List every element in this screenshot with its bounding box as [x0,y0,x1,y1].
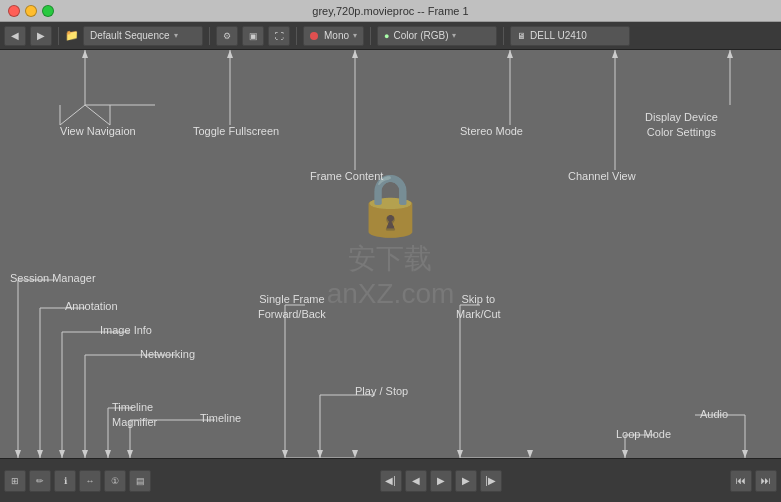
forward-button[interactable]: ▶ [30,26,52,46]
top-toolbar: ◀ ▶ 📁 Default Sequence ▾ ⚙ ▣ ⛶ Mono ▾ ● … [0,22,781,50]
skip-forward-button[interactable]: ⏭ [755,470,777,492]
frame-button[interactable]: ▣ [242,26,264,46]
play-button[interactable]: ▶ [430,470,452,492]
label-display-device-color: Display DeviceColor Settings [645,110,718,141]
separator-2 [209,27,210,45]
transport-controls: ◀| ◀ ▶ ▶ |▶ [380,470,502,492]
sequence-label: Default Sequence [90,30,170,41]
svg-line-1 [85,105,110,125]
label-annotation: Annotation [65,300,118,312]
svg-marker-50 [622,450,628,458]
info-button[interactable]: ℹ [54,470,76,492]
label-view-navigation: View Navigaion [60,125,136,137]
svg-marker-31 [105,450,111,458]
svg-marker-47 [527,450,533,458]
sequence-dropdown[interactable]: Default Sequence ▾ [83,26,203,46]
label-timeline: Timeline [200,412,241,424]
svg-marker-7 [227,50,233,58]
frame-counter-button[interactable]: ① [104,470,126,492]
session-manager-button[interactable]: ⊞ [4,470,26,492]
titlebar: grey,720p.movieproc -- Frame 1 [0,0,781,22]
go-to-end-button[interactable]: |▶ [480,470,502,492]
label-frame-content: Frame Content [310,170,383,182]
svg-marker-46 [457,450,463,458]
next-frame-button[interactable]: ▶ [455,470,477,492]
folder-icon: 📁 [65,29,79,42]
svg-line-3 [60,105,85,125]
label-single-frame: Single FrameForward/Back [258,292,326,323]
color-dropdown[interactable]: ● Color (RGB) ▾ [377,26,497,46]
go-to-start-button[interactable]: ◀| [380,470,402,492]
network-button[interactable]: ↔ [79,470,101,492]
window-title: grey,720p.movieproc -- Frame 1 [312,5,468,17]
label-stereo-mode: Stereo Mode [460,125,523,137]
label-networking: Networking [140,348,195,360]
svg-marker-9 [352,50,358,58]
separator-5 [503,27,504,45]
svg-marker-11 [507,50,513,58]
sequence-dropdown-arrow: ▾ [174,31,178,40]
svg-marker-34 [127,450,133,458]
separator-1 [58,27,59,45]
color-arrow: ▾ [452,31,456,40]
mono-label: Mono [324,30,349,41]
settings-button[interactable]: ⚙ [216,26,238,46]
label-skip-to-mark: Skip toMark/Cut [456,292,501,323]
bottom-toolbar: ⊞ ✏ ℹ ↔ ① ▤ ◀| ◀ ▶ ▶ |▶ ⏮ ⏭ [0,458,781,502]
mono-indicator [310,32,318,40]
svg-marker-13 [612,50,618,58]
monitor-dropdown[interactable]: 🖥 DELL U2410 [510,26,630,46]
mono-dropdown[interactable]: Mono ▾ [303,26,364,46]
monitor-label: DELL U2410 [530,30,587,41]
svg-marker-39 [352,450,358,458]
svg-marker-22 [37,450,43,458]
prev-frame-button[interactable]: ◀ [405,470,427,492]
svg-marker-42 [317,450,323,458]
label-session-manager: Session Manager [10,272,96,284]
main-viewer: 🔒 安下载anXZ.com [0,50,781,458]
separator-4 [370,27,371,45]
watermark-text: 安下载anXZ.com [327,240,455,310]
fullscreen-button[interactable]: ⛶ [268,26,290,46]
svg-marker-19 [15,450,21,458]
label-play-stop: Play / Stop [355,385,408,397]
mono-arrow: ▾ [353,31,357,40]
titlebar-buttons [8,5,54,17]
svg-marker-28 [82,450,88,458]
minimize-button[interactable] [25,5,37,17]
maximize-button[interactable] [42,5,54,17]
watermark: 🔒 安下载anXZ.com [327,169,455,310]
separator-3 [296,27,297,45]
label-audio: Audio [700,408,728,420]
svg-marker-5 [82,50,88,58]
label-timeline-magnifier: TimelineMagnifier [112,400,157,431]
close-button[interactable] [8,5,20,17]
annotation-button[interactable]: ✏ [29,470,51,492]
skip-back-button[interactable]: ⏮ [730,470,752,492]
color-label: Color (RGB) [393,30,448,41]
back-button[interactable]: ◀ [4,26,26,46]
label-channel-view: Channel View [568,170,636,182]
extra-button[interactable]: ▤ [129,470,151,492]
svg-marker-53 [742,450,748,458]
label-toggle-fullscreen: Toggle Fullscreen [193,125,279,137]
svg-marker-38 [282,450,288,458]
label-image-info: Image Info [100,324,152,336]
svg-marker-15 [727,50,733,58]
label-loop-mode: Loop Mode [616,428,671,440]
svg-marker-25 [59,450,65,458]
